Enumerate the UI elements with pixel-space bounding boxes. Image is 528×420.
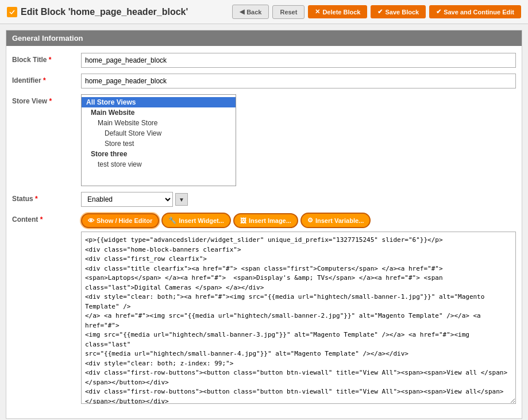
section-header: General Information — [6, 30, 522, 46]
content-textarea[interactable] — [81, 232, 516, 404]
insert-variable-button[interactable]: ⚙ Insert Variable... — [300, 213, 371, 228]
insert-image-button[interactable]: 🖼 Insert Image... — [233, 213, 298, 228]
save-continue-label: Save and Continue Edit — [444, 9, 514, 16]
main-content: General Information Block Title Identifi… — [0, 24, 528, 420]
block-title-input[interactable] — [81, 53, 516, 68]
status-select[interactable]: EnabledDisabled — [81, 192, 173, 207]
insert-variable-label: Insert Variable... — [315, 217, 364, 224]
store-view-wrap: All Store ViewsMain WebsiteMain Website … — [81, 94, 516, 186]
content-wrap: 👁 Show / Hide Editor 🔧 Insert Widget... … — [81, 213, 516, 406]
identifier-wrap — [81, 74, 516, 88]
content-toolbar: 👁 Show / Hide Editor 🔧 Insert Widget... … — [81, 213, 516, 228]
save-button[interactable]: ✔ Save Block — [371, 5, 426, 18]
page-icon — [7, 7, 17, 17]
store-view-item[interactable]: Store three — [82, 149, 236, 159]
content-row: Content 👁 Show / Hide Editor 🔧 Insert Wi… — [6, 213, 522, 406]
delete-icon: ✕ — [315, 8, 320, 16]
block-title-wrap — [81, 53, 516, 68]
store-view-item[interactable]: Main Website — [82, 107, 236, 118]
store-view-label: Store View — [12, 94, 81, 105]
save-continue-icon: ✔ — [436, 8, 441, 16]
status-row: Status EnabledDisabled ▼ — [6, 192, 522, 207]
image-icon: 🖼 — [240, 217, 246, 224]
show-hide-label: Show / Hide Editor — [97, 217, 152, 224]
page-title: Edit Block 'home_page_header_block' — [21, 7, 188, 17]
insert-widget-button[interactable]: 🔧 Insert Widget... — [161, 213, 231, 228]
reset-label: Reset — [280, 9, 297, 16]
widget-icon: 🔧 — [168, 217, 176, 224]
section-title: General Information — [12, 34, 83, 43]
identifier-label: Identifier — [12, 74, 81, 84]
save-continue-button[interactable]: ✔ Save and Continue Edit — [429, 5, 521, 18]
section-body: Block Title Identifier Store View All St… — [6, 46, 522, 418]
save-icon: ✔ — [377, 8, 383, 16]
back-icon: ◀ — [240, 8, 244, 16]
block-title-row: Block Title — [6, 53, 522, 68]
store-view-item[interactable]: All Store Views — [82, 97, 236, 107]
header-buttons: ◀ Back Reset ✕ Delete Block ✔ Save Block… — [232, 5, 521, 19]
eye-icon: 👁 — [88, 217, 94, 224]
insert-widget-label: Insert Widget... — [179, 217, 224, 224]
store-view-item[interactable]: Default Store View — [82, 128, 236, 138]
back-label: Back — [246, 9, 261, 16]
delete-label: Delete Block — [322, 9, 360, 16]
identifier-row: Identifier — [6, 74, 522, 88]
back-button[interactable]: ◀ Back — [232, 5, 269, 19]
status-wrap: EnabledDisabled ▼ — [81, 192, 516, 207]
show-hide-editor-button[interactable]: 👁 Show / Hide Editor — [81, 213, 159, 228]
store-view-item[interactable]: Store test — [82, 138, 236, 149]
dropdown-arrow-icon: ▼ — [175, 193, 188, 206]
reset-button[interactable]: Reset — [272, 5, 305, 19]
status-control: EnabledDisabled ▼ — [81, 192, 516, 207]
status-label: Status — [12, 192, 81, 203]
identifier-input[interactable] — [81, 74, 516, 88]
store-view-item[interactable]: test store view — [82, 159, 236, 169]
header-left: Edit Block 'home_page_header_block' — [7, 7, 228, 17]
insert-image-label: Insert Image... — [249, 217, 291, 224]
content-label: Content — [12, 213, 81, 224]
save-label: Save Block — [385, 9, 419, 16]
store-view-select[interactable]: All Store ViewsMain WebsiteMain Website … — [81, 94, 236, 186]
variable-icon: ⚙ — [307, 217, 313, 224]
block-title-label: Block Title — [12, 53, 81, 64]
delete-button[interactable]: ✕ Delete Block — [308, 5, 367, 18]
store-view-row: Store View All Store ViewsMain WebsiteMa… — [6, 94, 522, 186]
store-view-item[interactable]: Main Website Store — [82, 118, 236, 128]
general-information-section: General Information Block Title Identifi… — [6, 30, 522, 419]
page-header: Edit Block 'home_page_header_block' ◀ Ba… — [0, 0, 528, 24]
svg-rect-0 — [9, 9, 16, 16]
